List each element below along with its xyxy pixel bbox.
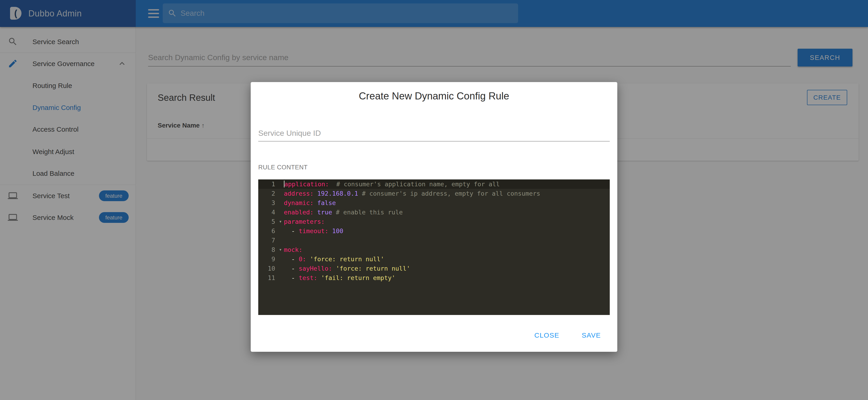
token-num: true — [317, 209, 332, 216]
token-plain — [329, 181, 336, 188]
code-text: application: # consumer's application na… — [284, 179, 500, 189]
editor-line[interactable]: 5▾parameters: — [258, 217, 610, 226]
editor-line[interactable]: 7 — [258, 236, 610, 245]
fold-gutter — [277, 179, 284, 189]
token-key: timeout: — [299, 227, 329, 235]
editor-line[interactable]: 2address: 192.168.0.1 # consumer's ip ad… — [258, 189, 610, 198]
token-key: enabled: — [284, 209, 314, 216]
token-key: 0: — [299, 255, 306, 263]
fold-gutter — [277, 189, 284, 198]
rule-editor-lines: 1application: # consumer's application n… — [258, 179, 610, 282]
token-plain — [314, 199, 317, 206]
fold-gutter — [277, 208, 284, 217]
token-plain: - — [284, 227, 299, 235]
token-plain — [314, 209, 317, 216]
line-number: 6 — [258, 226, 277, 236]
line-number: 11 — [258, 273, 277, 282]
token-plain — [358, 190, 362, 197]
service-unique-id-input[interactable] — [258, 125, 610, 142]
line-number: 7 — [258, 236, 277, 245]
token-comment: # consumer's ip address, empty for all c… — [362, 190, 540, 197]
line-number: 2 — [258, 189, 277, 198]
token-plain: - — [284, 255, 299, 263]
token-key: dynamic: — [284, 199, 314, 206]
token-comment: # enable this rule — [336, 209, 403, 216]
line-number: 9 — [258, 254, 277, 264]
token-str: 'force: return null' — [336, 265, 410, 272]
editor-line[interactable]: 6 - timeout: 100 — [258, 226, 610, 236]
fold-gutter — [277, 198, 284, 208]
code-text: parameters: — [284, 217, 325, 226]
editor-line[interactable]: 4enabled: true # enable this rule — [258, 208, 610, 217]
editor-line[interactable]: 9 - 0: 'force: return null' — [258, 254, 610, 264]
fold-gutter — [277, 226, 284, 236]
editor-line[interactable]: 10 - sayHello: 'force: return null' — [258, 264, 610, 273]
token-plain — [332, 265, 336, 272]
token-num: false — [317, 199, 336, 206]
line-number: 1 — [258, 179, 277, 189]
fold-gutter — [277, 273, 284, 282]
fold-gutter — [277, 236, 284, 245]
code-text: - 0: 'force: return null' — [284, 254, 384, 264]
line-number: 3 — [258, 198, 277, 208]
dialog-actions: CLOSE SAVE — [527, 327, 608, 343]
save-button[interactable]: SAVE — [574, 327, 608, 343]
token-key: test: — [299, 274, 317, 281]
close-button[interactable]: CLOSE — [527, 327, 566, 343]
code-text: - sayHello: 'force: return null' — [284, 264, 410, 273]
token-plain: - — [284, 265, 299, 272]
token-num: 100 — [332, 227, 343, 235]
fold-gutter — [277, 254, 284, 264]
line-number: 4 — [258, 208, 277, 217]
code-text: enabled: true # enable this rule — [284, 208, 403, 217]
token-plain — [329, 227, 332, 235]
token-key: mock: — [284, 246, 302, 253]
rule-content-label: RULE CONTENT — [258, 164, 308, 171]
editor-line[interactable]: 3dynamic: false — [258, 198, 610, 208]
token-str: 'fail: return empty' — [321, 274, 395, 281]
dialog-title: Create New Dynamic Config Rule — [251, 90, 617, 102]
token-plain — [332, 209, 336, 216]
editor-line[interactable]: 11 - test: 'fail: return empty' — [258, 273, 610, 282]
token-plain — [314, 190, 317, 197]
token-key: sayHello: — [299, 265, 332, 272]
token-key: application: — [284, 181, 329, 188]
token-plain — [317, 274, 321, 281]
code-text: dynamic: false — [284, 198, 336, 208]
editor-line[interactable]: 8▾mock: — [258, 245, 610, 254]
fold-icon[interactable]: ▾ — [277, 217, 284, 226]
code-text: address: 192.168.0.1 # consumer's ip add… — [284, 189, 540, 198]
fold-gutter — [277, 264, 284, 273]
code-text: - test: 'fail: return empty' — [284, 273, 395, 282]
code-text: mock: — [284, 245, 302, 254]
rule-content-editor[interactable]: 1application: # consumer's application n… — [258, 179, 610, 315]
token-key: parameters: — [284, 218, 325, 225]
token-plain — [306, 255, 310, 263]
code-text: - timeout: 100 — [284, 226, 343, 236]
token-comment: # consumer's application name, empty for… — [336, 181, 500, 188]
token-plain: - — [284, 274, 299, 281]
line-number: 5 — [258, 217, 277, 226]
token-num: 192.168.0.1 — [317, 190, 358, 197]
fold-icon[interactable]: ▾ — [277, 245, 284, 254]
dubbo-admin-screen: ( Dubbo Admin 3 Service Search Service G… — [0, 0, 868, 400]
line-number: 10 — [258, 264, 277, 273]
line-number: 8 — [258, 245, 277, 254]
token-key: address: — [284, 190, 314, 197]
create-rule-dialog: Create New Dynamic Config Rule RULE CONT… — [251, 82, 617, 352]
editor-line[interactable]: 1application: # consumer's application n… — [258, 179, 610, 189]
token-str: 'force: return null' — [310, 255, 384, 263]
